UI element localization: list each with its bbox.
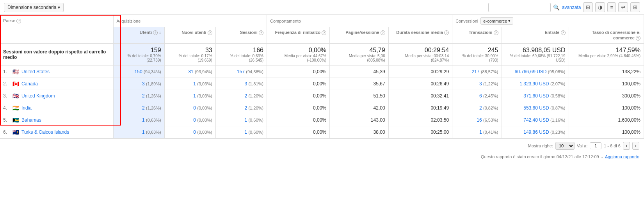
nuovi-utenti-2: 1 (3,03%) [164,90,215,102]
transazioni-label: Transazioni [469,30,493,35]
paese-help-icon[interactable]: ? [16,19,21,23]
go-to-page-input[interactable] [590,142,601,149]
toolbar: Dimensione secondaria ▾ 🔍 avanzata ⊞ ◑ ≡… [0,0,644,15]
entrate-1: 1.323,90 USD (2,07%) [502,78,569,90]
pagine-sessione-label: Pagine/sessione [345,30,379,35]
nuovi-utenti-3: 0 (0,00%) [164,102,215,114]
flag-icon-2: 🇬🇧 [12,93,19,99]
next-page-button[interactable]: › [632,142,639,150]
totals-row: Sessioni con valore doppio rispetto al c… [0,43,644,65]
sessioni-label: Sessioni [240,30,258,35]
totals-nuovi-utenti-pct: % del totale: 0,17% (19.669) [168,54,212,62]
paese-section: Paese ? [0,15,113,27]
pagine-sessione-5: 38,00 [330,126,389,138]
sessioni-5: 1 (0,60%) [215,126,267,138]
comparison-button[interactable]: ⇌ [618,2,628,12]
totals-entrate: 63.908,05 USD % del totale: 69,68% (91.7… [502,43,569,65]
th-utenti[interactable]: Utenti ? ↓ [113,27,164,44]
conv-chevron-icon: ▾ [508,18,511,23]
th-entrate[interactable]: Entrate ? [502,27,569,44]
table-row: 3. 🇬🇧 United Kingdom 2 (1,26%) 1 (3,03%)… [0,90,644,102]
th-sessioni[interactable]: Sessioni ? [215,27,267,44]
nuovi-utenti-help-icon[interactable]: ? [208,30,212,35]
totals-transazioni-pct: % del totale: 30,90% (793) [455,54,498,62]
freq-rimbalzo-1: 0,00% [267,78,329,90]
comportamento-section: Comportamento [267,15,452,27]
totals-tasso-conv-value: 147,59% [572,47,641,54]
table-row: 5. 🇧🇸 Bahamas 1 (0,63%) 0 (0,00%) 1 (0,6… [0,114,644,126]
nuovi-utenti-4: 0 (0,00%) [164,114,215,126]
row-num-2: 3. [3,93,9,99]
durata-sessione-help-icon[interactable]: ? [444,30,449,35]
transazioni-3: 2 (0,82%) [452,102,502,114]
sessioni-0: 157 (94,58%) [215,65,267,78]
country-link-2[interactable]: United Kingdom [21,93,55,99]
acquisizione-label: Acquisizione [117,19,141,23]
durata-sessione-1: 00:26:49 [388,78,452,90]
country-link-0[interactable]: United States [21,69,50,74]
freq-rimbalzo-help-icon[interactable]: ? [322,30,326,35]
flag-icon-5: 🇹🇨 [12,129,19,135]
tasso-conv-1: 100,00% [569,78,644,90]
utenti-1: 3 (1,89%) [113,78,164,90]
page-range: 1 - 6 di 6 [604,143,621,148]
totals-utenti: 159 % del totale: 0,70% (22.739) [113,43,164,65]
th-transazioni[interactable]: Transazioni ? [452,27,502,44]
aggiorna-link[interactable]: Aggiorna rapporto [605,154,639,159]
pie-chart-button[interactable]: ◑ [595,2,605,12]
grid-view-button[interactable]: ⊞ [583,2,593,12]
country-link-3[interactable]: India [21,105,32,111]
th-nuovi-utenti[interactable]: Nuovi utenti ? [164,27,215,44]
utenti-0: 150 (94,34%) [113,65,164,78]
durata-sessione-4: 02:03:50 [388,114,452,126]
toolbar-left: Dimensione secondaria ▾ [4,3,64,12]
rows-per-page-select[interactable]: 10 25 50 100 [555,142,575,150]
pivot-button[interactable]: ⊞ [630,2,640,12]
th-freq-rimbalzo[interactable]: Frequenza di rimbalzo ? [267,27,329,44]
column-header-row: Utenti ? ↓ Nuovi utenti ? Sessioni ? Fre… [0,27,644,44]
totals-sessioni-pct: % del totale: 0,63% (26.545) [219,54,263,62]
secondary-dimension-dropdown[interactable]: Dimensione secondaria ▾ [4,3,64,12]
totals-entrate-pct: % del totale: 69,68% (91.722,19 USD) [505,54,566,62]
th-paese [0,27,113,44]
pagine-sessione-3: 42,00 [330,102,389,114]
bar-chart-button[interactable]: ≡ [607,2,616,12]
transazioni-help-icon[interactable]: ? [494,30,498,35]
freq-rimbalzo-2: 0,00% [267,90,329,102]
utenti-help-icon[interactable]: ? [153,30,158,35]
advanced-link[interactable]: avanzata [562,5,581,10]
country-link-1[interactable]: Canada [21,81,38,87]
th-pagine-sessione[interactable]: Pagine/sessione ? [330,27,389,44]
durata-sessione-3: 00:19:49 [388,102,452,114]
sessioni-4: 1 (0,60%) [215,114,267,126]
totals-nuovi-utenti-value: 33 [168,47,212,54]
row-num-3: 4. [3,105,9,111]
entrate-help-icon[interactable]: ? [561,30,566,35]
prev-page-button[interactable]: ‹ [623,142,630,150]
country-link-4[interactable]: Bahamas [21,117,41,123]
country-cell-3: 4. 🇮🇳 India [0,102,113,114]
sessioni-2: 2 (1,20%) [215,90,267,102]
toolbar-right: 🔍 avanzata ⊞ ◑ ≡ ⇌ ⊞ [488,2,640,12]
totals-pagine-sessione: 45,79 Media per vista: 5,06 (805,08%) [330,43,389,65]
totals-durata-sessione-value: 00:29:54 [392,47,449,54]
country-link-5[interactable]: Turks & Caicos Islands [21,129,69,135]
sessioni-1: 3 (1,81%) [215,78,267,90]
conv-dropdown-value: e-commerce [483,19,507,23]
conversioni-dropdown[interactable]: e-commerce ▾ [480,17,513,25]
totals-pagine-sessione-value: 45,79 [333,47,385,54]
tasso-conv-help-icon[interactable]: ? [636,36,640,41]
entrate-0: 60.766,69 USD (95,08%) [502,65,569,78]
table-row: 2. 🇨🇦 Canada 3 (1,89%) 1 (3,03%) 3 (1,81… [0,78,644,90]
th-durata-sessione[interactable]: Durata sessione media ? [388,27,452,44]
th-tasso-conv[interactable]: Tasso di conversione e-commerce ? [569,27,644,44]
pagine-sessione-help-icon[interactable]: ? [381,30,385,35]
pagine-sessione-2: 51,50 [330,90,389,102]
pagine-sessione-4: 143,00 [330,114,389,126]
search-input[interactable] [488,3,551,12]
table-footer: Mostra righe: 10 25 50 100 Vai a: 1 - 6 … [0,138,644,153]
tasso-conv-3: 100,00% [569,102,644,114]
sessioni-help-icon[interactable]: ? [259,30,263,35]
totals-label: Sessioni con valore doppio rispetto al c… [3,49,106,60]
report-info: Questo rapporto è stato creato il giorno… [0,153,644,161]
